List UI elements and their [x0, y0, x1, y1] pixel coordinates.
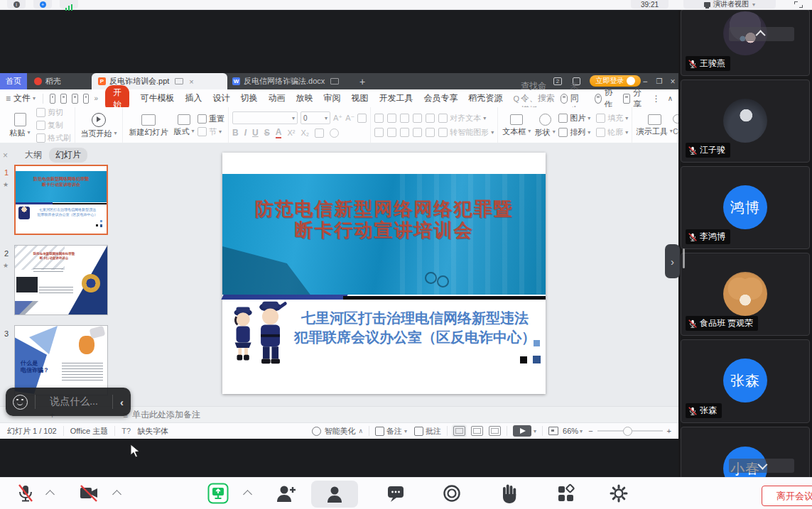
arrange-button[interactable]: 排列▾: [558, 127, 590, 138]
subscript-button[interactable]: X₂: [301, 128, 309, 137]
textbox-button[interactable]: 文本框▾: [502, 109, 531, 141]
outdent-icon[interactable]: [400, 114, 409, 123]
zoom-in-button[interactable]: +: [667, 427, 671, 435]
smart-graphic-button[interactable]: 转智能图形▾: [438, 127, 494, 138]
tab-daoke[interactable]: 稻壳: [28, 73, 80, 89]
section-button[interactable]: 节▾: [197, 126, 224, 137]
save-icon[interactable]: [50, 94, 56, 104]
numbered-list-icon[interactable]: [387, 114, 396, 123]
menu-member[interactable]: 会员专享: [423, 92, 458, 104]
zoom-slider[interactable]: [597, 430, 663, 432]
participant-tile[interactable]: 鸿博 李鸿博: [681, 166, 810, 249]
fit-slide-button[interactable]: [548, 427, 558, 435]
indent-icon[interactable]: [413, 114, 422, 123]
menu-design[interactable]: 设计: [212, 92, 229, 104]
bold-button[interactable]: B: [232, 128, 239, 138]
line-spacing-icon[interactable]: [426, 128, 435, 137]
superscript-button[interactable]: X²: [287, 128, 295, 137]
chat-input-placeholder[interactable]: 说点什么...: [36, 395, 112, 408]
tab-home[interactable]: 首页: [0, 73, 27, 89]
menu-daoke-res[interactable]: 稻壳资源: [468, 92, 502, 104]
new-tab-button[interactable]: +: [355, 73, 369, 89]
zoom-level[interactable]: 66%: [563, 427, 578, 435]
underline-button[interactable]: U: [252, 128, 259, 138]
tab-slides[interactable]: 幻灯片: [49, 148, 87, 163]
font-color-button[interactable]: A: [276, 127, 282, 138]
menu-file[interactable]: 文件: [13, 92, 31, 104]
decrease-font-button[interactable]: A⁻: [345, 114, 354, 123]
theme-name[interactable]: Office 主题: [70, 426, 109, 437]
fill-button[interactable]: 填充▾: [596, 113, 628, 124]
close-tab-icon[interactable]: ×: [189, 77, 193, 86]
tab-document-docx[interactable]: W 反电信网络诈骗法.docx: [226, 73, 354, 89]
more-quick-icons[interactable]: »: [94, 94, 98, 102]
smart-beautify-button[interactable]: 智能美化 ∧: [312, 426, 363, 437]
slide-sorter-view-button[interactable]: [471, 426, 483, 436]
view-selector[interactable]: 演讲者视图 ▾: [683, 0, 776, 9]
layout-button[interactable]: 版式▾: [170, 109, 197, 141]
play-from-page-button[interactable]: 当页开始▾: [79, 109, 119, 141]
highlight-icon[interactable]: [330, 128, 339, 138]
strikethrough-button[interactable]: S: [264, 128, 270, 138]
align-right-icon[interactable]: [400, 128, 409, 137]
menu-view[interactable]: 视图: [351, 92, 368, 104]
font-size-select[interactable]: 0▾: [301, 111, 330, 124]
paste-button[interactable]: 粘贴▾: [4, 109, 36, 141]
mic-muted-button[interactable]: [16, 483, 36, 503]
zoom-out-button[interactable]: −: [588, 427, 592, 435]
increase-font-button[interactable]: A⁺: [333, 114, 342, 123]
participant-tile[interactable]: 江子骏: [681, 80, 810, 163]
add-participant-button[interactable]: [276, 483, 297, 503]
mic-options-chevron[interactable]: [45, 490, 55, 499]
menu-slideshow[interactable]: 放映: [296, 92, 313, 104]
new-slide-button[interactable]: 新建幻灯片: [126, 109, 170, 141]
participant-tile[interactable]: 张森 张森: [681, 339, 810, 423]
comments-toggle[interactable]: 批注: [414, 426, 441, 437]
present-tools-button[interactable]: 演示工具▾: [636, 109, 673, 141]
expand-panel-handle[interactable]: ›: [665, 244, 680, 278]
record-button[interactable]: [442, 483, 462, 503]
scroll-down-button[interactable]: [729, 459, 794, 473]
collapse-chat-icon[interactable]: ‹: [113, 396, 131, 408]
invite-button[interactable]: +: [33, 0, 52, 9]
slideshow-button[interactable]: [513, 425, 531, 437]
menu-devtools[interactable]: 开发工具: [379, 92, 413, 104]
notes-placeholder[interactable]: 单击此处添加备注: [132, 409, 200, 421]
settings-button[interactable]: [609, 483, 629, 503]
network-stats-button[interactable]: [60, 0, 78, 9]
fullscreen-icon[interactable]: [794, 1, 803, 8]
apps-button[interactable]: [556, 483, 576, 504]
quick-chat-bubble[interactable]: 说点什么... ‹: [6, 388, 131, 416]
raise-hand-button[interactable]: [499, 483, 519, 504]
slide-thumbnail-3[interactable]: 什么是电信诈骗？: [14, 325, 108, 395]
notes-toggle[interactable]: 备注 ▾: [375, 426, 407, 437]
menu-review[interactable]: 审阅: [323, 92, 340, 104]
outline-button[interactable]: 轮廓▾: [596, 127, 628, 138]
scroll-up-button[interactable]: [729, 27, 794, 41]
text-direction-icon[interactable]: [426, 114, 435, 123]
justify-icon[interactable]: [413, 128, 422, 137]
align-left-icon[interactable]: [374, 128, 384, 137]
share-screen-button[interactable]: [207, 483, 229, 504]
camera-muted-button[interactable]: [78, 484, 99, 503]
clear-format-icon[interactable]: [357, 114, 367, 123]
emoji-icon[interactable]: [13, 395, 28, 410]
reading-view-button[interactable]: [489, 426, 501, 436]
participants-button[interactable]: [311, 481, 358, 508]
more-vertical-icon[interactable]: ⋮: [652, 94, 661, 104]
cut-button[interactable]: 剪切: [36, 107, 71, 118]
tab-outline[interactable]: 大纲: [25, 149, 42, 161]
share-options-chevron[interactable]: [243, 490, 252, 499]
shapes-button[interactable]: 形状▾: [531, 109, 558, 141]
picture-button[interactable]: 图片▾: [558, 113, 590, 124]
participant-tile[interactable]: 食品班 贾观荣: [681, 253, 810, 336]
slide-thumbnail-2[interactable]: 防范电信新型网络网络犯罪暨断卡行动宣讲培训会: [14, 245, 108, 315]
print-icon[interactable]: [72, 94, 78, 104]
text-effect-icon[interactable]: [315, 128, 324, 138]
missing-font[interactable]: 缺失字体: [137, 426, 168, 437]
italic-button[interactable]: I: [244, 128, 247, 138]
zoom-slider-knob[interactable]: [623, 427, 632, 436]
copy-button[interactable]: 复制: [36, 120, 71, 131]
menu-transition[interactable]: 切换: [240, 92, 257, 104]
menu-animation[interactable]: 动画: [268, 92, 285, 104]
